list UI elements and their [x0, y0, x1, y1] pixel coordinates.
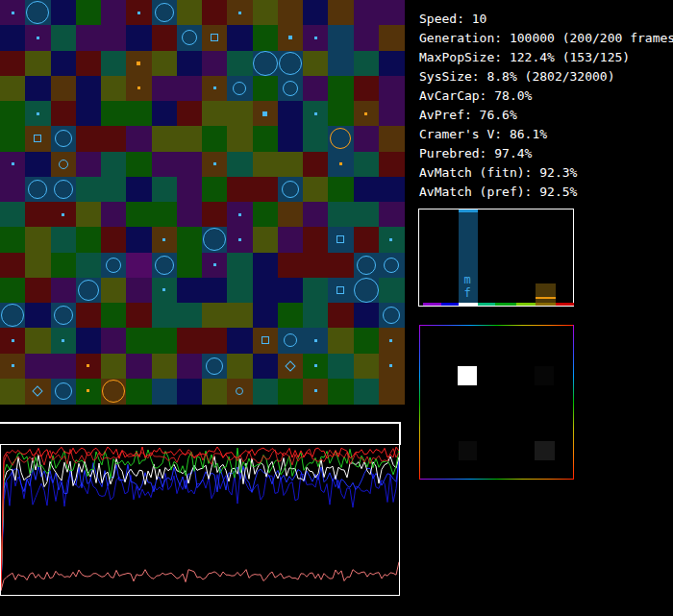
- grid-cell: [152, 379, 178, 405]
- grid-cell: [227, 126, 253, 152]
- grid-cell: [354, 126, 380, 152]
- grid-cell: [303, 227, 329, 253]
- grid-cell: [328, 303, 354, 329]
- organism-ring: [55, 382, 72, 400]
- grid-cell: [101, 202, 127, 228]
- organism-dot: [213, 86, 216, 89]
- grid-cell: [202, 379, 228, 405]
- organism-dot: [314, 112, 317, 115]
- grid-cell: [152, 202, 178, 228]
- rainbow-border-right: [573, 325, 574, 480]
- organism-ring: [54, 306, 73, 325]
- world-grid-canvas[interactable]: [0, 0, 404, 404]
- grid-cell: [126, 328, 152, 354]
- grid-cell: [177, 101, 203, 127]
- grid-cell: [328, 202, 354, 228]
- grid-cell: [101, 227, 127, 253]
- grid-cell: [101, 303, 127, 329]
- male-female-label: m f: [459, 273, 478, 300]
- grid-cell: [51, 51, 77, 77]
- grid-cell: [227, 177, 253, 203]
- grid-cell: [25, 76, 51, 102]
- grid-cell: [253, 253, 279, 279]
- stat-line: Generation: 100000 (200/200 frames): [419, 29, 673, 48]
- grid-cell: [25, 51, 51, 77]
- grid-cell: [379, 0, 405, 26]
- organism-dot: [314, 389, 317, 392]
- organism-dot: [87, 389, 89, 392]
- grid-cell: [76, 0, 102, 26]
- organism-dot: [87, 364, 89, 367]
- grid-cell: [76, 227, 102, 253]
- hue-strip-segment: [495, 303, 516, 306]
- grid-cell: [76, 152, 102, 178]
- grid-cell: [303, 202, 329, 228]
- grid-cell: [25, 328, 51, 354]
- organism-dot: [314, 339, 317, 342]
- rainbow-border-bottom: [419, 479, 574, 480]
- grid-cell: [152, 177, 178, 203]
- organism-dot: [37, 112, 39, 115]
- grid-cell: [177, 253, 203, 279]
- grid-cell: [101, 76, 127, 102]
- grid-cell: [126, 25, 152, 51]
- organism-ring: [282, 181, 299, 198]
- grid-cell: [379, 101, 405, 127]
- grid-cell: [227, 354, 253, 380]
- organism-dot: [12, 364, 14, 367]
- grid-cell: [328, 51, 354, 77]
- grid-cell: [76, 76, 102, 102]
- organism-ring: [283, 81, 298, 96]
- organism-sqring: [262, 336, 269, 344]
- history-line-chart: [0, 444, 400, 596]
- grid-cell: [0, 278, 26, 304]
- organism-ring: [383, 307, 400, 324]
- organism-dot: [12, 12, 14, 14]
- grid-cell: [253, 126, 279, 152]
- grid-cell: [152, 25, 178, 51]
- grid-cell: [0, 202, 26, 228]
- grid-cell: [25, 152, 51, 178]
- grid-cell: [278, 202, 304, 228]
- organism-dot: [389, 364, 392, 367]
- grid-cell: [177, 354, 203, 380]
- grid-cell: [278, 253, 304, 279]
- grid-cell: [253, 177, 279, 203]
- hue-strip-segment: [478, 303, 495, 306]
- grid-cell: [101, 101, 127, 127]
- grid-cell: [354, 328, 380, 354]
- grid-cell: [177, 177, 203, 203]
- grid-cell: [303, 278, 329, 304]
- grid-cell: [152, 101, 178, 127]
- grid-cell: [126, 354, 152, 380]
- grid-cell: [253, 0, 279, 26]
- organism-dot: [162, 288, 165, 291]
- grid-cell: [152, 152, 178, 178]
- grid-cell: [126, 202, 152, 228]
- grid-cell: [379, 278, 405, 304]
- grid-cell: [354, 227, 380, 253]
- organism-ring: [253, 51, 278, 76]
- grid-cell: [354, 76, 380, 102]
- grid-cell: [76, 101, 102, 127]
- grid-cell: [0, 227, 26, 253]
- grid-cell: [379, 126, 405, 152]
- organism-dot: [62, 339, 64, 342]
- grid-cell: [227, 253, 253, 279]
- organism-ring: [354, 278, 379, 303]
- mating-matrix: [419, 325, 574, 480]
- grid-cell: [177, 278, 203, 304]
- grid-cell: [328, 177, 354, 203]
- grid-cell: [278, 278, 304, 304]
- grid-cell: [126, 177, 152, 203]
- grid-cell: [202, 101, 228, 127]
- grid-cell: [25, 278, 51, 304]
- organism-sqring: [211, 34, 218, 41]
- grid-cell: [303, 0, 329, 26]
- grid-cell: [253, 278, 279, 304]
- grid-cell: [76, 202, 102, 228]
- grid-cell: [0, 51, 26, 77]
- grid-cell: [227, 328, 253, 354]
- grid-cell: [177, 303, 203, 329]
- organism-dot: [314, 37, 317, 39]
